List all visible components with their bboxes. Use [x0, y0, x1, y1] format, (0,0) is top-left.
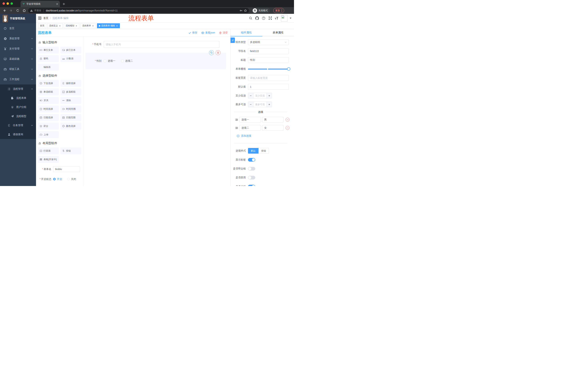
close-window-button[interactable] [2, 2, 5, 5]
avatar[interactable] [281, 15, 287, 21]
sidebar-item-infrastructure[interactable]: 基础设施 [0, 54, 36, 64]
palette-item-cascader[interactable]: 级联选择 [60, 80, 81, 87]
tab-close-icon[interactable] [56, 3, 58, 5]
sidebar-item-home[interactable]: 首页 [0, 23, 36, 33]
option-value-input[interactable] [262, 125, 284, 131]
zoom-window-button[interactable] [10, 2, 13, 5]
checkbox-option-1[interactable]: 选项一 [104, 59, 115, 63]
title-input[interactable] [248, 57, 289, 63]
min-select-placeholder[interactable]: 至少应选 [253, 93, 266, 98]
search-icon[interactable] [248, 16, 253, 21]
palette-item-color-picker[interactable]: 颜色选择 [60, 123, 81, 130]
url-text[interactable]: dashboard.yudao.iocoder.cn/bpm/manager/f… [46, 9, 118, 12]
stepper-decrease-button[interactable] [248, 102, 253, 107]
view-json-button[interactable]: 查看json [201, 31, 215, 34]
sidebar-item-task-management[interactable]: 任务管理 [0, 121, 36, 130]
tag-close-icon[interactable] [116, 25, 118, 27]
collapse-link-icon[interactable] [231, 37, 235, 43]
font-size-icon[interactable] [274, 16, 279, 21]
form-grid-slider[interactable] [248, 66, 289, 72]
browser-update-button[interactable]: 更新 [273, 8, 284, 13]
palette-item-single-line-text[interactable]: 单行文本 [38, 47, 59, 53]
slider-track[interactable] [248, 69, 289, 70]
tag-close-icon[interactable] [75, 25, 77, 27]
forward-button[interactable] [8, 8, 14, 13]
sidebar-item-leave-query[interactable]: 请假查询 [0, 130, 36, 139]
palette-item-editor[interactable]: 编辑器 [38, 64, 59, 71]
palette-item-radio-group[interactable]: 单选框组 [38, 88, 59, 95]
status-radio-on[interactable]: 开启 [53, 176, 62, 182]
tag-close-icon[interactable] [92, 25, 94, 27]
add-option-button[interactable]: 添加选项 [237, 134, 291, 138]
back-button[interactable] [2, 8, 7, 13]
drag-handle-icon[interactable] [235, 127, 238, 129]
palette-item-counter[interactable]: 123 计数器 [60, 55, 81, 62]
breadcrumb-home-link[interactable]: 首页 [43, 17, 48, 20]
field-name-input[interactable] [248, 48, 289, 54]
update-label[interactable]: 更新 [275, 9, 280, 12]
sidebar-item-process-model[interactable]: 流程模型 [0, 112, 36, 121]
palette-item-row-container[interactable]: 行容器 [38, 148, 59, 154]
palette-item-checkbox-group[interactable]: 多选框组 [60, 88, 81, 95]
status-radio-off[interactable]: 关闭 [67, 176, 76, 182]
new-tab-button[interactable] [61, 1, 66, 7]
palette-item-upload[interactable]: 上传 [38, 131, 59, 138]
disabled-switch[interactable] [248, 176, 255, 180]
password-key-icon[interactable] [240, 9, 242, 12]
label-width-input[interactable] [248, 75, 289, 81]
tag-process-form-edit[interactable]: 流程表单-编辑 [97, 23, 120, 28]
sidebar-item-user-group[interactable]: 用户分组 [0, 103, 36, 112]
max-select-placeholder[interactable]: 最多可选 [253, 102, 266, 107]
save-button[interactable]: 保存 [189, 31, 197, 34]
checkbox-option-2[interactable]: 选项二 [121, 59, 133, 63]
tag-process-form[interactable]: 流程表单 [80, 23, 96, 28]
component-type-select[interactable]: 多选框组 [248, 39, 289, 45]
browser-tab[interactable]: 芋道管理系统 [21, 1, 60, 7]
github-icon[interactable] [255, 16, 259, 21]
tag-process-model[interactable]: 流程模型 [64, 23, 79, 28]
default-value-input[interactable] [248, 84, 289, 90]
slider-handle[interactable] [287, 67, 290, 71]
option-label-input[interactable] [239, 117, 261, 122]
form-name-input[interactable] [53, 166, 80, 172]
palette-item-rate[interactable]: 评分 [38, 123, 59, 130]
palette-item-time-picker[interactable]: 时间选择 [38, 106, 59, 112]
style-button-button[interactable]: 按钮 [259, 148, 269, 154]
sidebar-item-system[interactable]: 系统管理 [0, 33, 36, 44]
option-value-input[interactable] [262, 117, 284, 122]
tag-home[interactable]: 首页 [38, 23, 46, 28]
palette-item-password[interactable]: 密码 [38, 55, 59, 62]
fullscreen-icon[interactable] [268, 16, 273, 21]
style-default-button[interactable]: 默认 [248, 148, 259, 154]
avatar-dropdown-caret-icon[interactable] [290, 18, 292, 19]
palette-item-date-picker[interactable]: 日期选择 [38, 114, 59, 121]
minimize-window-button[interactable] [7, 2, 9, 5]
sidebar-item-workflow[interactable]: 工作流程 [0, 74, 36, 85]
palette-item-multi-line-text[interactable]: 多行文本 [60, 47, 81, 53]
tab-form-props[interactable]: 表单属性 [262, 29, 294, 36]
palette-item-date-range[interactable]: 日期范围 [60, 114, 81, 121]
palette-item-time-range[interactable]: 时间范围 [60, 106, 81, 112]
palette-item-switch[interactable]: 开关 [38, 97, 59, 104]
duplicate-component-button[interactable] [209, 50, 214, 55]
window-controls[interactable] [0, 0, 15, 7]
show-label-switch[interactable] [248, 158, 255, 162]
clear-button[interactable]: 清空 [219, 31, 228, 34]
reload-button[interactable] [15, 8, 20, 13]
security-label[interactable]: 不安全 [34, 9, 41, 12]
stepper-decrease-button[interactable] [248, 93, 253, 98]
sidebar-collapse-icon[interactable] [36, 14, 43, 22]
palette-item-select[interactable]: 下拉选择 [38, 80, 59, 87]
tag-close-icon[interactable] [59, 25, 61, 27]
border-switch[interactable] [248, 167, 255, 170]
sidebar-item-dev-tools[interactable]: 研发工具 [0, 64, 36, 74]
sidebar-item-process-management[interactable]: 流程管理 [0, 85, 36, 94]
tag-process-definition[interactable]: 流程定义 [47, 23, 63, 28]
stepper-increase-button[interactable] [266, 102, 272, 107]
home-button[interactable] [21, 8, 27, 13]
required-switch[interactable] [248, 185, 255, 186]
delete-component-button[interactable] [216, 50, 220, 55]
option-label-input[interactable] [239, 125, 261, 131]
palette-item-table[interactable]: 表格[开发中] [38, 156, 59, 163]
canvas-field-phone[interactable]: *手机号 [85, 41, 228, 48]
